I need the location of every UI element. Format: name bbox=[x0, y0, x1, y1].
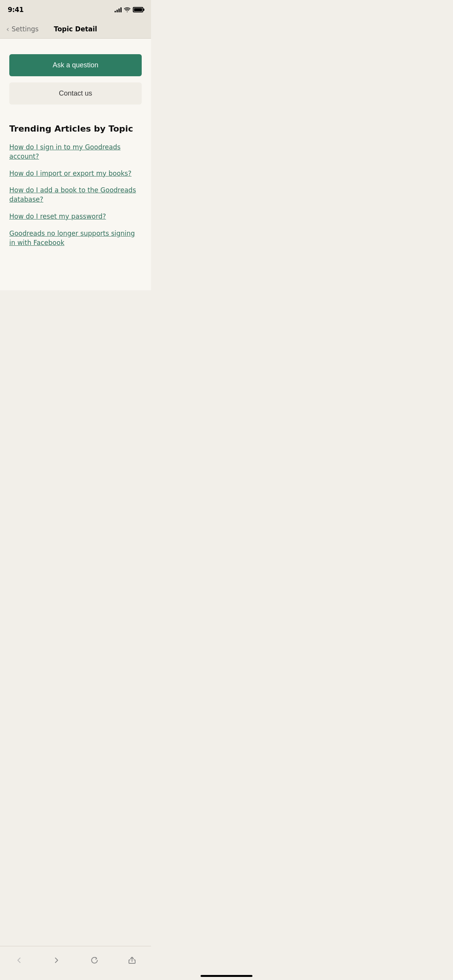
article-link-1[interactable]: How do I import or export my books? bbox=[9, 169, 142, 178]
nav-bar: ‹ Settings Topic Detail bbox=[0, 19, 151, 39]
article-link-2[interactable]: How do I add a book to the Goodreads dat… bbox=[9, 186, 142, 204]
article-link-4[interactable]: Goodreads no longer supports signing in … bbox=[9, 229, 142, 248]
status-time: 9:41 bbox=[8, 6, 24, 14]
back-label: Settings bbox=[12, 25, 39, 33]
contact-us-button[interactable]: Contact us bbox=[9, 82, 142, 105]
trending-title: Trending Articles by Topic bbox=[9, 124, 142, 134]
battery-icon bbox=[133, 7, 143, 12]
main-content: Ask a question Contact us Trending Artic… bbox=[0, 39, 151, 290]
back-chevron-icon: ‹ bbox=[6, 24, 9, 34]
article-link-3[interactable]: How do I reset my password? bbox=[9, 212, 142, 221]
ask-question-button[interactable]: Ask a question bbox=[9, 54, 142, 76]
status-icons bbox=[115, 7, 143, 12]
status-bar: 9:41 bbox=[0, 0, 151, 19]
page-title: Topic Detail bbox=[54, 25, 97, 33]
trending-section: Trending Articles by Topic How do I sign… bbox=[9, 124, 142, 247]
wifi-icon bbox=[124, 7, 130, 12]
article-link-0[interactable]: How do I sign in to my Goodreads account… bbox=[9, 143, 142, 161]
back-button[interactable]: ‹ Settings bbox=[6, 24, 39, 34]
signal-icon bbox=[115, 7, 122, 12]
